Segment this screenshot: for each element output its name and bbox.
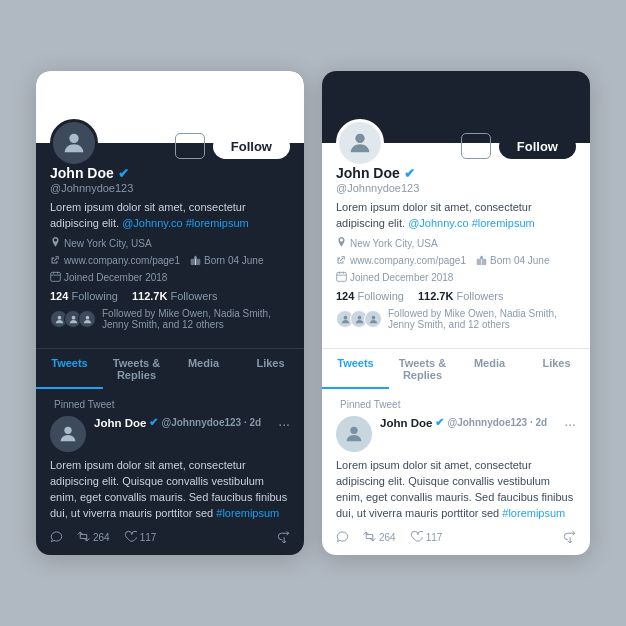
bio-link[interactable]: @Johnny.co #loremipsum [408,217,535,229]
tab-tweets-&-replies[interactable]: Tweets & Replies [389,349,456,389]
like-action[interactable]: 117 [410,530,443,545]
followers-stat: 112.7K Followers [418,290,504,302]
reply-action[interactable] [50,530,63,545]
tweet-hashtag[interactable]: #loremipsum [502,507,565,519]
retweet-icon [77,530,90,545]
tabs: TweetsTweets & RepliesMediaLikes [322,348,590,389]
location-icon [336,237,347,250]
profile-card-dark: Follow John Doe ✔ @Johnnydoe123 Lorem ip… [36,71,304,555]
svg-rect-4 [51,272,61,281]
like-count: 117 [426,532,443,543]
tab-tweets[interactable]: Tweets [36,349,103,389]
location-meta: New York City, USA [336,237,438,250]
born-meta: Born 04 June [476,254,550,267]
profile-handle: @Johnnydoe123 [336,182,576,194]
born-meta: Born 04 June [190,254,264,267]
tweet-name-row: John Doe ✔ @Johnnydoe123 · 2d [380,416,556,429]
calendar-icon [50,271,61,284]
tab-media[interactable]: Media [456,349,523,389]
tweet-header: John Doe ✔ @Johnnydoe123 · 2d ··· [336,416,576,452]
followers-count: 112.7K [418,290,453,302]
joined-meta: Joined December 2018 [50,271,167,284]
retweet-action[interactable]: 264 [363,530,396,545]
profile-name: John Doe [336,165,400,181]
svg-point-14 [343,315,347,319]
tab-tweets-&-replies[interactable]: Tweets & Replies [103,349,170,389]
followers-count: 112.7K [132,290,167,302]
svg-point-0 [69,134,78,143]
followed-by-text: Followed by Mike Owen, Nadia Smith, Jenn… [102,308,290,330]
tab-likes[interactable]: Likes [237,349,304,389]
tweet-avatar [50,416,86,452]
svg-point-6 [71,315,75,319]
website-meta: www.company.com/page1 [50,254,180,267]
following-label: Following [357,290,403,302]
following-count: 124 [336,290,354,302]
tweet-header: John Doe ✔ @Johnnydoe123 · 2d ··· [50,416,290,452]
following-stat: 124 Following [50,290,118,302]
website-meta: www.company.com/page1 [336,254,466,267]
retweet-count: 264 [379,532,396,543]
share-action[interactable] [277,530,290,545]
tweet-body: Lorem ipsum dolor sit amet, consectetur … [336,458,576,522]
tweet-actions: 264 117 [336,530,576,545]
tweet-options-button[interactable]: ··· [564,416,576,432]
following-label: Following [71,290,117,302]
pinned-label: Pinned Tweet [50,399,290,410]
follower-avatar-3 [78,310,96,328]
following-stat: 124 Following [336,290,404,302]
retweet-icon [363,530,376,545]
tab-likes[interactable]: Likes [523,349,590,389]
reply-icon [50,530,63,545]
tweet-handle-time: @Johnnydoe123 · 2d [447,417,547,428]
meta-row: New York City, USA www.company.com/page1… [336,237,576,284]
tweet-avatar [336,416,372,452]
cards-container: Follow John Doe ✔ @Johnnydoe123 Lorem ip… [16,51,610,575]
svg-point-8 [64,427,71,434]
tweet-body: Lorem ipsum dolor sit amet, consectetur … [50,458,290,522]
retweet-action[interactable]: 264 [77,530,110,545]
followed-by-text: Followed by Mike Owen, Nadia Smith, Jenn… [388,308,576,330]
birthday-icon [190,254,201,267]
tweet-meta: John Doe ✔ @Johnnydoe123 · 2d [380,416,556,429]
share-icon [563,530,576,545]
svg-point-5 [57,315,61,319]
tweet-options-button[interactable]: ··· [278,416,290,432]
joined-meta: Joined December 2018 [336,271,453,284]
tweet-handle-time: @Johnnydoe123 · 2d [161,417,261,428]
reply-action[interactable] [336,530,349,545]
profile-name: John Doe [50,165,114,181]
tab-tweets[interactable]: Tweets [322,349,389,389]
follower-avatar-3 [364,310,382,328]
profile-section: Follow John Doe ✔ @Johnnydoe123 Lorem ip… [36,119,304,348]
svg-point-15 [357,315,361,319]
verified-icon: ✔ [404,166,415,181]
link-icon [336,254,347,267]
stats-row: 124 Following 112.7K Followers [336,290,576,302]
profile-bio: Lorem ipsum dolor sit amet, consectetur … [336,200,576,231]
avatar-wrap [336,119,576,167]
stats-row: 124 Following 112.7K Followers [50,290,290,302]
followers-stat: 112.7K Followers [132,290,218,302]
share-action[interactable] [563,530,576,545]
svg-point-16 [371,315,375,319]
tweet-author-name: John Doe [380,417,432,429]
tweet-verified-icon: ✔ [435,416,444,429]
tweet-verified-icon: ✔ [149,416,158,429]
location-meta: New York City, USA [50,237,152,250]
location-icon [50,237,61,250]
bio-link[interactable]: @Johnny.co #loremipsum [122,217,249,229]
tweet-meta: John Doe ✔ @Johnnydoe123 · 2d [94,416,270,429]
tab-media[interactable]: Media [170,349,237,389]
tweet-hashtag[interactable]: #loremipsum [216,507,279,519]
following-count: 124 [50,290,68,302]
like-action[interactable]: 117 [124,530,157,545]
followers-label: Followers [170,290,217,302]
profile-card-light: Follow John Doe ✔ @Johnnydoe123 Lorem ip… [322,71,590,555]
profile-section: Follow John Doe ✔ @Johnnydoe123 Lorem ip… [322,119,590,348]
svg-point-17 [350,427,357,434]
profile-handle: @Johnnydoe123 [50,182,290,194]
verified-icon: ✔ [118,166,129,181]
tweet-section: Pinned Tweet John Doe ✔ @Johnnydoe123 · … [322,389,590,555]
svg-point-7 [85,315,89,319]
